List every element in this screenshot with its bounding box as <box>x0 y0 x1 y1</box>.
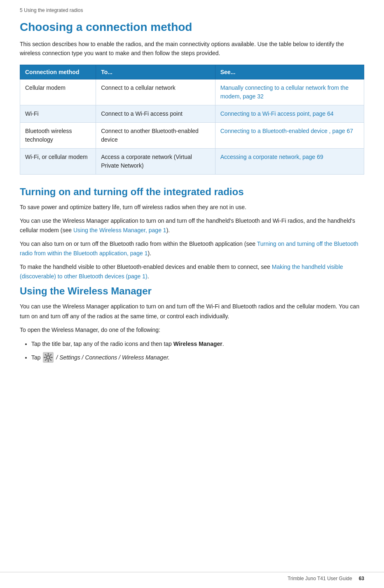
table-header-see: See... <box>215 65 364 79</box>
cell-to-1: Connect to a Wi-Fi access point <box>96 105 215 122</box>
section2-title: Turning on and turning off the integrate… <box>20 186 364 198</box>
section1-intro: This section describes how to enable the… <box>20 40 364 58</box>
bullet-list: Tap the title bar, tap any of the radio … <box>31 339 364 363</box>
section3-title: Using the Wireless Manager <box>20 285 364 297</box>
bullet-item-1: Tap the title bar, tap any of the radio … <box>31 339 364 349</box>
wireless-manager-link-1[interactable]: Using the Wireless Manager, page 1 <box>73 227 166 233</box>
settings-path: / Settings / Connections / Wireless Mana… <box>56 354 170 361</box>
footer-brand: Trimble Juno T41 User Guide <box>288 576 352 581</box>
section2-para1: To save power and optimize battery life,… <box>20 203 364 212</box>
table-header-to: To... <box>96 65 215 79</box>
cell-method-1: Wi-Fi <box>20 105 96 122</box>
cell-to-0: Connect to a cellular network <box>96 79 215 105</box>
cell-see-3[interactable]: Accessing a corporate network, page 69 <box>215 148 364 174</box>
table-header-method: Connection method <box>20 65 96 79</box>
cell-method-0: Cellular modem <box>20 79 96 105</box>
cell-method-3: Wi-Fi, or cellular modem <box>20 148 96 174</box>
table-row: Bluetooth wireless technology Connect to… <box>20 122 364 148</box>
section2-para4: To make the handheld visible to other Bl… <box>20 262 364 281</box>
connection-table: Connection method To... See... Cellular … <box>20 65 364 175</box>
section2-para3: You can also turn on or turn off the Blu… <box>20 239 364 258</box>
table-row: Wi-Fi, or cellular modem Access a corpor… <box>20 148 364 174</box>
cell-see-0[interactable]: Manually connecting to a cellular networ… <box>215 79 364 105</box>
cell-to-3: Access a corporate network (Virtual Priv… <box>96 148 215 174</box>
section3-para1: You can use the Wireless Manager applica… <box>20 302 364 321</box>
wireless-manager-bold: Wireless Manager <box>173 341 222 347</box>
cell-to-2: Connect to another Bluetooth-enabled dev… <box>96 122 215 148</box>
breadcrumb: 5 Using the integrated radios <box>20 7 364 13</box>
bullet-item-2: Tap / Settings / Connections / Wireless … <box>31 352 364 363</box>
table-row: Cellular modem Connect to a cellular net… <box>20 79 364 105</box>
cell-see-1[interactable]: Connecting to a Wi-Fi access point, page… <box>215 105 364 122</box>
cell-see-2[interactable]: Connecting to a Bluetooth-enabled device… <box>215 122 364 148</box>
section3-para2: To open the Wireless Manager, do one of … <box>20 325 364 335</box>
footer: Trimble Juno T41 User Guide 63 <box>0 572 384 581</box>
table-row: Wi-Fi Connect to a Wi-Fi access point Co… <box>20 105 364 122</box>
section2-para2: You can use the Wireless Manager applica… <box>20 216 364 235</box>
cell-method-2: Bluetooth wireless technology <box>20 122 96 148</box>
section1-title: Choosing a connection method <box>20 21 364 34</box>
settings-icon <box>43 352 54 363</box>
page-wrapper: 5 Using the integrated radios Choosing a… <box>0 0 384 588</box>
footer-page: 63 <box>359 576 364 581</box>
